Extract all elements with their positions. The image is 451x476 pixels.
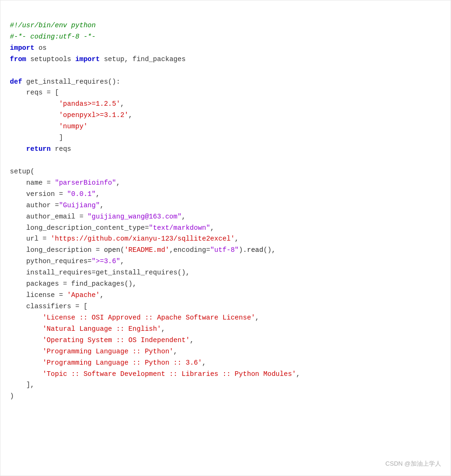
c2-comma: , xyxy=(161,325,165,333)
version-value: "0.0.1" xyxy=(67,190,96,198)
return-stmt xyxy=(10,145,26,153)
from-keyword: from xyxy=(10,55,26,63)
numpy-str: 'numpy' xyxy=(59,123,87,130)
func-name: get_install_requires(): xyxy=(22,78,120,86)
classifier-indent5 xyxy=(10,359,43,367)
version-comma: , xyxy=(96,190,100,198)
author-email-param: author_email = xyxy=(10,213,87,220)
code-container: #!/usr/bin/env python #-*- coding:utf-8 … xyxy=(0,0,451,476)
read-paren: (), xyxy=(264,246,276,254)
c6-comma: , xyxy=(296,370,300,378)
classifiers-param: classifiers = [ xyxy=(10,303,87,310)
code-block: #!/usr/bin/env python #-*- coding:utf-8 … xyxy=(10,9,441,414)
c3-comma: , xyxy=(190,336,194,344)
import-keyword2: import xyxy=(75,55,100,63)
indent-pandas xyxy=(10,100,59,108)
long-desc-content-param: long_description_content_type= xyxy=(10,224,149,232)
name-value: "parserBioinfo" xyxy=(55,179,117,187)
license-comma: , xyxy=(100,291,104,299)
watermark: CSDN @加油上学人 xyxy=(385,459,441,469)
author-value: "Guijiang" xyxy=(59,202,100,209)
classifier4-value: 'Programming Language :: Python' xyxy=(43,348,173,355)
name-comma: , xyxy=(116,179,120,187)
comma2: , xyxy=(128,111,132,119)
license-param: license = xyxy=(10,291,67,299)
bracket-close-reqs: ] xyxy=(10,134,63,141)
python-requires-value: ">=3.6" xyxy=(92,258,120,265)
pandas-str: 'pandas>=1.2.5' xyxy=(59,100,120,108)
comma1: , xyxy=(120,100,124,108)
classifier1-value: 'License :: OSI Approved :: Apache Softw… xyxy=(43,314,255,321)
c1-comma: , xyxy=(255,314,259,321)
readme-str: 'README.md' xyxy=(124,246,170,254)
shebang-line: #!/usr/bin/env python xyxy=(10,22,96,29)
return-reqs: reqs xyxy=(51,145,71,153)
def-keyword: def xyxy=(10,78,22,86)
classifier-indent1 xyxy=(10,314,43,321)
classifier-indent6 xyxy=(10,370,43,378)
packages-param: packages = find_packages(), xyxy=(10,280,137,288)
open-paren: ( xyxy=(120,246,124,254)
classifiers-close: ], xyxy=(10,381,34,389)
return-keyword: return xyxy=(26,145,51,153)
import-os: os xyxy=(34,44,47,52)
read-call: ). xyxy=(239,246,247,254)
long-desc-param: long_description = xyxy=(10,246,104,254)
c4-comma: , xyxy=(173,348,178,355)
url-comma: , xyxy=(235,235,239,242)
url-param: url = xyxy=(10,235,51,242)
python-requires-comma: , xyxy=(120,258,124,265)
import-keyword: import xyxy=(10,44,34,52)
openpyxl-str: 'openpyxl>=3.1.2' xyxy=(59,111,128,119)
install-requires-param: install_requires=get_install_requires(), xyxy=(10,269,190,276)
c5-comma: , xyxy=(202,359,206,367)
classifier5-value: 'Programming Language :: Python :: 3.6' xyxy=(43,359,202,367)
indent-numpy xyxy=(10,123,59,130)
version-param: version = xyxy=(10,190,67,198)
long-desc-content-comma: , xyxy=(210,224,214,232)
author-email-value: "guijiang_wang@163.com" xyxy=(87,213,181,220)
author-param: author = xyxy=(10,202,59,209)
open-comma: ,encoding= xyxy=(169,246,210,254)
classifier3-value: 'Operating System :: OS Independent' xyxy=(43,336,190,344)
license-value: 'Apache' xyxy=(67,291,100,299)
setup-call: setup( xyxy=(10,168,34,175)
classifier-indent2 xyxy=(10,325,43,333)
author-email-comma: , xyxy=(181,213,186,220)
setup-close: ) xyxy=(10,392,14,400)
coding-line: #-*- coding:utf-8 -*- xyxy=(10,33,96,40)
classifier2-value: 'Natural Language :: English' xyxy=(43,325,161,333)
classifier-indent3 xyxy=(10,336,43,344)
long-desc-content-value: "text/markdown" xyxy=(149,224,210,232)
classifier-indent4 xyxy=(10,348,43,355)
name-param: name = xyxy=(10,179,55,187)
author-comma: , xyxy=(100,202,104,209)
python-requires-param: python_requires= xyxy=(10,258,92,265)
from-setuptools: setuptools xyxy=(26,55,75,63)
open-func: open xyxy=(104,246,120,254)
classifier6-value: 'Topic :: Software Development :: Librar… xyxy=(43,370,296,378)
reqs-assign: reqs = [ xyxy=(10,89,59,96)
setup-findpkg: setup, find_packages xyxy=(100,55,186,63)
utf8-str: "utf-8" xyxy=(210,246,239,254)
url-value: 'https://github.com/xianyu-123/sqllite2e… xyxy=(51,235,235,242)
indent-openpyxl xyxy=(10,111,59,119)
read-func: read xyxy=(247,246,264,254)
